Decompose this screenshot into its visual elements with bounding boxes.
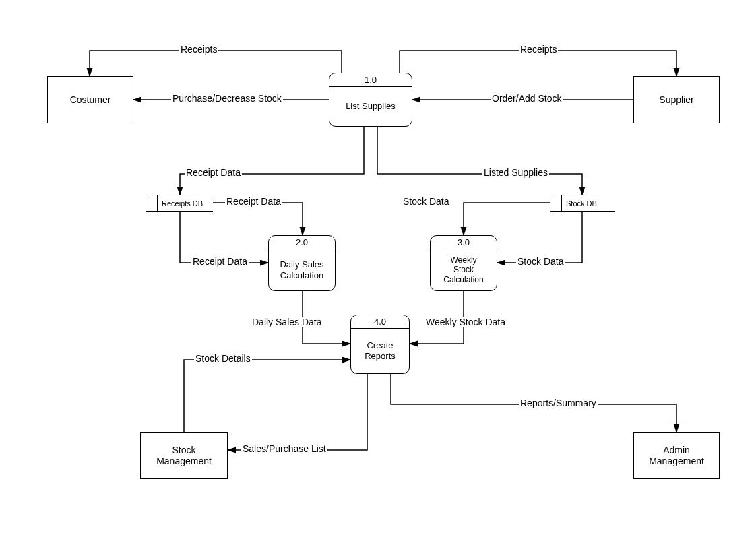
- flow-stock-data-to-p3: Stock Data: [516, 256, 565, 267]
- flow-sales-purchase-list: Sales/Purchase List: [241, 443, 327, 454]
- entity-stock-management: Stock Management: [140, 432, 228, 479]
- process-daily-sales: 2.0 Daily Sales Calculation: [268, 235, 336, 291]
- datastore-stock-id: [550, 195, 562, 211]
- datastore-receipts-id: [146, 195, 158, 211]
- flow-receipt-data-right: Receipt Data: [225, 196, 282, 207]
- process-1-name: List Supplies: [329, 87, 412, 126]
- datastore-receipts-label: Receipts DB: [158, 195, 213, 211]
- flow-daily-sales-data: Daily Sales Data: [251, 317, 323, 327]
- entity-supplier-label: Supplier: [659, 94, 693, 105]
- flow-receipt-data-to-p2: Receipt Data: [191, 256, 249, 267]
- process-1-id: 1.0: [329, 73, 412, 87]
- datastore-stock-label: Stock DB: [562, 195, 615, 211]
- entity-admin-management: Admin Management: [633, 432, 720, 479]
- process-2-name: Daily Sales Calculation: [269, 249, 335, 290]
- process-3-name: Weekly Stock Calculation: [431, 249, 497, 290]
- process-2-id: 2.0: [269, 236, 335, 249]
- entity-stock-management-label: Stock Management: [156, 445, 212, 466]
- entity-customer-label: Costumer: [70, 94, 111, 105]
- process-weekly-stock: 3.0 Weekly Stock Calculation: [430, 235, 497, 291]
- dfd-diagram: Costumer Supplier Stock Management Admin…: [0, 0, 756, 535]
- flow-receipt-data-down: Receipt Data: [185, 167, 242, 178]
- flow-receipts-customer: Receipts: [179, 44, 218, 55]
- process-4-name: Create Reports: [351, 329, 409, 373]
- flow-purchase-decrease: Purchase/Decrease Stock: [171, 93, 283, 104]
- datastore-stock-db: Stock DB: [550, 195, 615, 212]
- flow-weekly-stock-data: Weekly Stock Data: [424, 317, 507, 327]
- entity-customer: Costumer: [47, 76, 133, 123]
- entity-supplier: Supplier: [633, 76, 720, 123]
- process-4-id: 4.0: [351, 315, 409, 329]
- flow-stock-data-left: Stock Data: [402, 196, 450, 207]
- flow-order-add-stock: Order/Add Stock: [491, 93, 563, 104]
- flow-listed-supplies: Listed Supplies: [482, 167, 549, 178]
- flow-stock-details: Stock Details: [194, 353, 252, 364]
- flow-receipts-supplier: Receipts: [519, 44, 558, 55]
- entity-admin-management-label: Admin Management: [649, 445, 704, 466]
- flow-reports-summary: Reports/Summary: [519, 398, 598, 408]
- process-3-id: 3.0: [431, 236, 497, 249]
- process-create-reports: 4.0 Create Reports: [350, 315, 410, 374]
- datastore-receipts-db: Receipts DB: [146, 195, 213, 212]
- process-list-supplies: 1.0 List Supplies: [329, 73, 412, 127]
